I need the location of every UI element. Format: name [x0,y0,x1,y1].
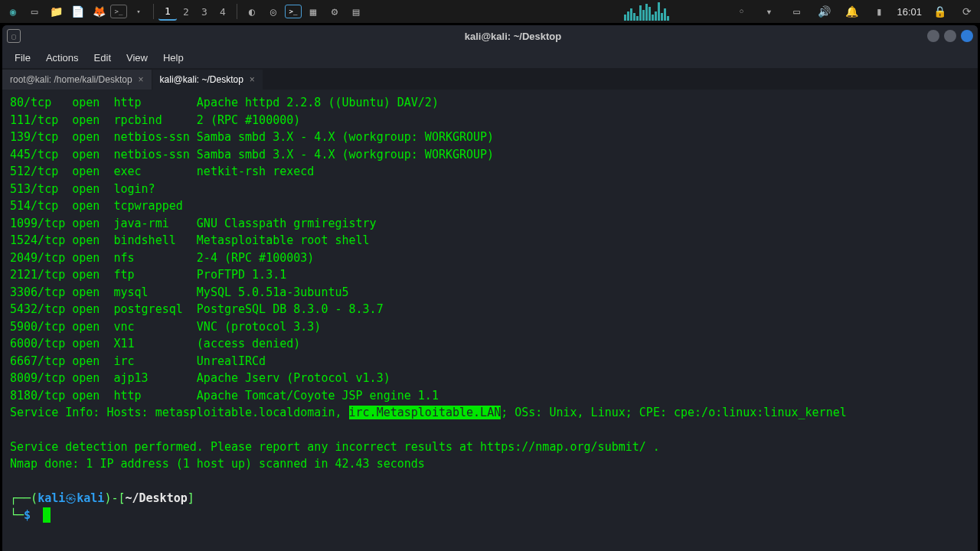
port-line: 8009/tcp open ajp13 Apache Jserv (Protoc… [10,370,970,387]
app-icon-3[interactable]: ▦ [303,2,323,21]
tray-icon-1[interactable]: ◦ [731,2,751,21]
port-line: 5432/tcp open postgresql PostgreSQL DB 8… [10,301,970,318]
terminal-tab-1[interactable]: kali@kali: ~/Desktop× [152,70,263,90]
dropdown-icon[interactable]: ▾ [129,2,149,21]
cursor [43,507,51,523]
app-icon-2[interactable]: ◎ [263,2,283,21]
port-line: 5900/tcp open vnc VNC (protocol 3.3) [10,318,970,336]
port-line: 3306/tcp open mysql MySQL 5.0.51a-3ubunt… [10,284,970,302]
nmap-footer-2: Nmap done: 1 IP address (1 host up) scan… [10,455,970,473]
workspace-2[interactable]: 2 [177,2,195,21]
file-manager-icon[interactable]: ▭ [24,2,44,21]
port-line: 1099/tcp open java-rmi GNU Classpath grm… [10,215,970,233]
power-icon[interactable]: ⟳ [957,2,977,21]
port-line: 2121/tcp open ftp ProFTPD 1.3.1 [10,266,970,284]
port-line: 513/tcp open login? [10,181,970,198]
port-line: 514/tcp open tcpwrapped [10,197,970,215]
editor-icon[interactable]: 📄 [67,2,87,21]
port-line: 445/tcp open netbios-ssn Samba smbd 3.X … [10,146,970,164]
menu-file[interactable]: File [8,49,37,67]
app-icon-4[interactable]: ⚙ [325,2,345,21]
firefox-icon[interactable]: 🦊 [89,2,109,21]
port-line: 139/tcp open netbios-ssn Samba smbd 3.X … [10,129,970,146]
tray-icon-2[interactable]: ▭ [786,2,806,21]
top-panel: ◉ ▭ 📁 📄 🦊 >_ ▾ 1234 ◐ ◎ >_ ▦ ⚙ ▤ ◦ ▾ ▭ 🔊… [0,0,980,23]
tab-label: root@kali: /home/kali/Desktop [10,74,132,85]
titlebar[interactable]: ▢ kali@kali: ~/Desktop [2,25,978,47]
menu-actions[interactable]: Actions [40,49,85,67]
files-icon[interactable]: 📁 [46,2,66,21]
tab-label: kali@kali: ~/Desktop [160,74,243,85]
tab-close-icon[interactable]: × [139,74,144,85]
shell-prompt: ┌──(kali㉿kali)-[~/Desktop]└─$ [10,490,970,524]
notification-icon[interactable]: 🔔 [841,2,861,21]
port-line: 80/tcp open http Apache httpd 2.2.8 ((Ub… [10,94,970,112]
app-icon-1[interactable]: ◐ [242,2,262,21]
port-line: 6667/tcp open irc UnrealIRCd [10,353,970,370]
terminal-task-icon[interactable]: >_ [285,5,302,18]
clock[interactable]: 16:01 [897,6,922,18]
menu-help[interactable]: Help [157,49,190,67]
app-menu-icon[interactable]: ◉ [3,2,23,21]
minimize-button[interactable] [927,30,939,42]
lock-icon[interactable]: 🔒 [929,2,949,21]
port-line: 2049/tcp open nfs 2-4 (RPC #100003) [10,249,970,267]
wifi-icon[interactable]: ▾ [759,2,779,21]
battery-icon[interactable]: ▮ [869,2,889,21]
port-line: 1524/tcp open bindshell Metasploitable r… [10,232,970,249]
port-line: 512/tcp open exec netkit-rsh rexecd [10,163,970,181]
workspace-1[interactable]: 1 [158,2,177,21]
terminal-content[interactable]: 80/tcp open http Apache httpd 2.2.8 ((Ub… [2,90,978,551]
window-title: kali@kali: ~/Desktop [99,31,927,42]
workspace-3[interactable]: 3 [195,2,214,21]
terminal-icon[interactable]: >_ [110,5,127,18]
menu-view[interactable]: View [120,49,154,67]
tab-close-icon[interactable]: × [250,74,255,85]
new-tab-icon[interactable]: ▢ [7,29,21,43]
service-info-line: Service Info: Hosts: metasploitable.loca… [10,404,970,422]
menu-edit[interactable]: Edit [88,49,117,67]
terminal-window: ▢ kali@kali: ~/Desktop File Actions Edit… [2,25,978,551]
menubar: File Actions Edit View Help [2,47,978,68]
tabbar: root@kali: /home/kali/Desktop×kali@kali:… [2,68,978,90]
workspace-4[interactable]: 4 [214,2,232,21]
nmap-footer-1: Service detection performed. Please repo… [10,439,970,456]
port-line: 111/tcp open rpcbind 2 (RPC #100000) [10,112,970,129]
port-line: 6000/tcp open X11 (access denied) [10,335,970,353]
app-icon-5[interactable]: ▤ [346,2,366,21]
close-button[interactable] [961,30,973,42]
port-line: 8180/tcp open http Apache Tomcat/Coyote … [10,387,970,405]
selected-text: irc.Metasploitable.LAN [349,406,501,419]
volume-icon[interactable]: 🔊 [814,2,834,21]
maximize-button[interactable] [944,30,956,42]
terminal-tab-0[interactable]: root@kali: /home/kali/Desktop× [2,70,152,90]
network-graph[interactable] [624,2,724,21]
